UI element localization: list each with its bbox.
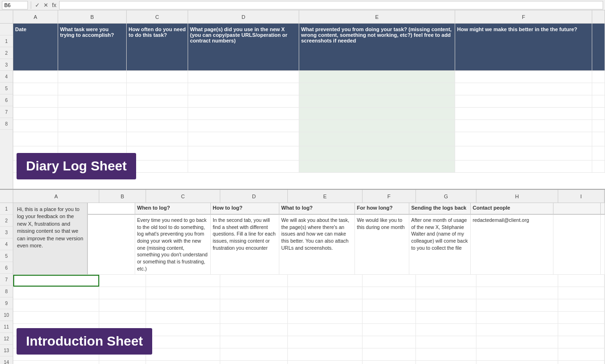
bcol-header-g[interactable]: G — [416, 190, 476, 203]
col-header-d[interactable]: D — [188, 10, 299, 23]
bcol-header-b[interactable]: B — [99, 190, 146, 203]
header-how[interactable]: How to log? — [211, 203, 279, 214]
cell-c6[interactable] — [127, 132, 188, 146]
header-contact[interactable]: Contact people — [471, 203, 553, 214]
bcol-header-d[interactable]: D — [220, 190, 288, 203]
cell-e4[interactable] — [299, 108, 455, 119]
cell-a1[interactable] — [13, 71, 58, 83]
cell-f4[interactable] — [455, 108, 592, 119]
header-date[interactable]: Date — [13, 24, 58, 70]
bottom-corner — [0, 190, 13, 203]
formula-icon[interactable]: fx — [51, 2, 57, 8]
col-header-f[interactable]: F — [455, 10, 592, 23]
cell-e7[interactable] — [299, 146, 455, 160]
cell-e3[interactable] — [288, 275, 363, 287]
cell-d5[interactable] — [188, 120, 299, 132]
cell-f8[interactable] — [455, 161, 592, 172]
section-headers-row: When to log? How to log? What to log? Fo… — [88, 203, 605, 215]
cell-f2[interactable] — [455, 83, 592, 95]
cell-c3[interactable] — [127, 95, 188, 107]
cell-c4[interactable] — [127, 108, 188, 119]
cell-b6[interactable] — [58, 132, 127, 146]
content-contact[interactable]: redactedemail@client.org — [471, 215, 553, 274]
header-pages[interactable]: What page(s) did you use in the new X (y… — [188, 24, 299, 70]
bcol-header-f[interactable]: F — [363, 190, 416, 203]
content-how[interactable]: In the second tab, you will find a sheet… — [211, 215, 279, 274]
header-sending[interactable]: Sending the logs back — [409, 203, 471, 214]
cell-c3[interactable] — [146, 275, 221, 287]
selected-cell-a3[interactable] — [13, 275, 99, 287]
brow-7: 7 — [0, 274, 13, 286]
cell-e8[interactable] — [299, 161, 455, 172]
cell-d3[interactable] — [188, 95, 299, 107]
cancel-icon[interactable]: ✕ — [43, 2, 49, 8]
cell-b5[interactable] — [58, 120, 127, 132]
bottom-row-4 — [13, 287, 605, 299]
formula-bar[interactable] — [59, 1, 603, 9]
header-what[interactable]: What to log? — [279, 203, 355, 214]
cell-d3[interactable] — [220, 275, 288, 287]
cell-b3[interactable] — [58, 95, 127, 107]
bcol-header-i[interactable]: I — [558, 190, 605, 203]
checkmark-icon[interactable]: ✓ — [34, 2, 41, 8]
cell-b4[interactable] — [58, 108, 127, 119]
col-header-e[interactable]: E — [299, 10, 455, 23]
cell-e6[interactable] — [299, 132, 455, 146]
cell-f6[interactable] — [455, 132, 592, 146]
cell-a4[interactable] — [13, 108, 58, 119]
header-frequency[interactable]: How often do you need to do this task? — [127, 24, 188, 70]
cell-h3[interactable] — [476, 275, 558, 287]
cell-d8[interactable] — [188, 161, 299, 172]
col-header-c[interactable]: C — [127, 10, 188, 23]
cell-b1[interactable] — [58, 71, 127, 83]
bcol-header-e[interactable]: E — [288, 190, 363, 203]
cell-a5[interactable] — [13, 120, 58, 132]
content-when[interactable]: Every time you need to go back to the ol… — [135, 215, 211, 274]
cell-a3[interactable] — [13, 95, 58, 107]
content-sending[interactable]: After one month of usage of the new X, S… — [409, 215, 471, 274]
header-when[interactable]: When to log? — [135, 203, 211, 214]
col-header-b[interactable]: B — [58, 10, 127, 23]
content-empty-b[interactable] — [88, 215, 135, 274]
content-what[interactable]: We will ask you about the task, the page… — [279, 215, 355, 274]
header-how-long[interactable]: For how long? — [355, 203, 409, 214]
cell-f7[interactable] — [455, 146, 592, 160]
cell-f3[interactable] — [455, 95, 592, 107]
cell-e5[interactable] — [299, 120, 455, 132]
cell-c1[interactable] — [127, 71, 188, 83]
cell-b2[interactable] — [58, 83, 127, 95]
bcol-header-h[interactable]: H — [476, 190, 558, 203]
bcol-header-a[interactable]: A — [13, 190, 99, 203]
cell-d1[interactable] — [188, 71, 299, 83]
header-task[interactable]: What task were you trying to accomplish? — [58, 24, 127, 70]
cell-d7[interactable] — [188, 146, 299, 160]
cell-d4[interactable] — [188, 108, 299, 119]
cell-d2[interactable] — [188, 83, 299, 95]
cell-f5[interactable] — [455, 120, 592, 132]
cell-e3[interactable] — [299, 95, 455, 107]
cell-i3[interactable] — [558, 275, 605, 287]
cell-d6[interactable] — [188, 132, 299, 146]
top-col-headers: A B C D E F — [13, 10, 605, 24]
cell-c5[interactable] — [127, 120, 188, 132]
cell-e2[interactable] — [299, 83, 455, 95]
cell-c2[interactable] — [127, 83, 188, 95]
row-num-3: 2 — [0, 47, 13, 59]
content-how-long[interactable]: We would like you to this during one mon… — [355, 215, 409, 274]
col-header-a[interactable]: A — [13, 10, 58, 23]
cell-f1[interactable] — [455, 71, 592, 83]
cell-rest4 — [592, 108, 605, 119]
intro-text-cell[interactable]: Hi, this is a place for you to log your … — [13, 203, 88, 274]
header-better[interactable]: How might we make this better in the the… — [455, 24, 592, 70]
cell-a2[interactable] — [13, 83, 58, 95]
cell-g3[interactable] — [416, 275, 476, 287]
cell-f3[interactable] — [363, 275, 416, 287]
cell-e1[interactable] — [299, 71, 455, 83]
cell-b3[interactable] — [99, 275, 146, 287]
content-empty-i — [553, 215, 601, 274]
cell-reference[interactable] — [2, 1, 28, 9]
bcol-header-c[interactable]: C — [146, 190, 221, 203]
top-grid: 1 2 3 4 5 6 7 8 A B C D E F — [0, 10, 605, 189]
header-prevented[interactable]: What prevented you from doing your task?… — [299, 24, 455, 70]
cell-a6[interactable] — [13, 132, 58, 146]
